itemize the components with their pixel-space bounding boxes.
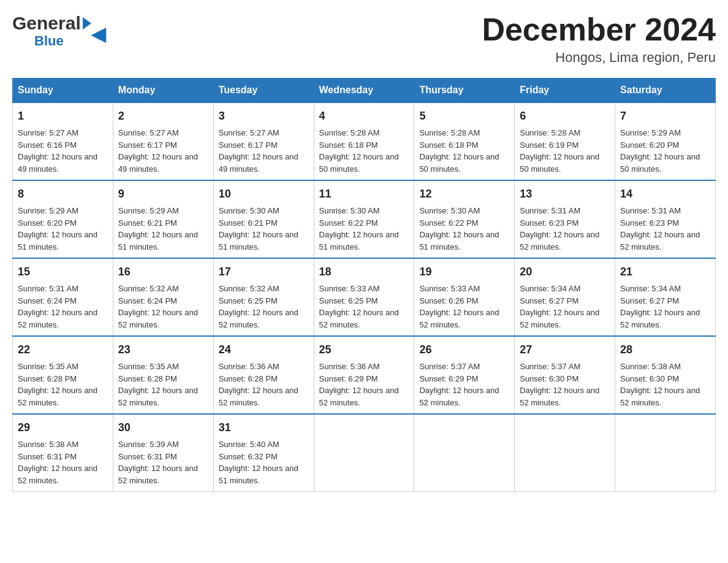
sunrise-text: Sunrise: 5:34 AM [620,283,710,295]
sunset-text: Sunset: 6:21 PM [219,217,309,229]
calendar-cell: 30Sunrise: 5:39 AMSunset: 6:31 PMDayligh… [113,414,213,492]
week-row-1: 1Sunrise: 5:27 AMSunset: 6:16 PMDaylight… [13,102,716,180]
calendar-cell: 10Sunrise: 5:30 AMSunset: 6:21 PMDayligh… [213,180,314,258]
daylight-text: Daylight: 12 hours and 52 minutes. [419,385,509,408]
calendar-title: December 2024 [482,12,716,47]
sunset-text: Sunset: 6:27 PM [620,295,710,307]
sunrise-text: Sunrise: 5:29 AM [18,205,108,217]
sunset-text: Sunset: 6:30 PM [520,373,610,385]
column-header-wednesday: Wednesday [314,79,414,103]
sunset-text: Sunset: 6:25 PM [319,295,409,307]
sunset-text: Sunset: 6:32 PM [219,451,309,463]
daylight-text: Daylight: 12 hours and 52 minutes. [118,385,208,408]
sunrise-text: Sunrise: 5:30 AM [319,205,409,217]
sunrise-text: Sunrise: 5:39 AM [118,439,208,451]
day-number: 14 [620,186,710,202]
calendar-cell: 2Sunrise: 5:27 AMSunset: 6:17 PMDaylight… [113,102,213,180]
calendar-cell: 12Sunrise: 5:30 AMSunset: 6:22 PMDayligh… [414,180,515,258]
sunset-text: Sunset: 6:23 PM [520,217,610,229]
daylight-text: Daylight: 12 hours and 52 minutes. [219,385,309,408]
sunset-text: Sunset: 6:28 PM [118,373,208,385]
sunset-text: Sunset: 6:28 PM [219,373,309,385]
daylight-text: Daylight: 12 hours and 52 minutes. [118,462,208,486]
column-header-thursday: Thursday [414,79,515,103]
calendar-cell [515,414,615,492]
calendar-table: SundayMondayTuesdayWednesdayThursdayFrid… [12,78,716,492]
day-number: 29 [18,419,108,436]
sunset-text: Sunset: 6:24 PM [118,295,208,307]
sunset-text: Sunset: 6:27 PM [520,295,610,307]
calendar-cell: 22Sunrise: 5:35 AMSunset: 6:28 PMDayligh… [13,336,113,414]
calendar-cell: 4Sunrise: 5:28 AMSunset: 6:18 PMDaylight… [314,102,414,180]
sunset-text: Sunset: 6:26 PM [419,295,509,307]
daylight-text: Daylight: 12 hours and 52 minutes. [18,462,108,486]
column-header-friday: Friday [515,79,615,103]
sunset-text: Sunset: 6:24 PM [18,295,108,307]
sunset-text: Sunset: 6:17 PM [118,139,208,151]
daylight-text: Daylight: 12 hours and 51 minutes. [219,462,309,486]
calendar-cell: 28Sunrise: 5:38 AMSunset: 6:30 PMDayligh… [615,336,716,414]
calendar-header-row: SundayMondayTuesdayWednesdayThursdayFrid… [13,79,716,103]
day-number: 13 [520,186,610,202]
sunrise-text: Sunrise: 5:36 AM [219,361,309,373]
day-number: 22 [18,342,108,358]
logo-general-text: General◀ [12,12,91,34]
day-number: 1 [18,108,108,124]
sunset-text: Sunset: 6:29 PM [319,373,409,385]
calendar-cell: 11Sunrise: 5:30 AMSunset: 6:22 PMDayligh… [314,180,414,258]
daylight-text: Daylight: 12 hours and 51 minutes. [219,229,309,253]
daylight-text: Daylight: 12 hours and 49 minutes. [219,151,309,175]
sunrise-text: Sunrise: 5:33 AM [419,283,509,295]
daylight-text: Daylight: 12 hours and 51 minutes. [18,229,108,253]
calendar-cell: 25Sunrise: 5:36 AMSunset: 6:29 PMDayligh… [314,336,414,414]
calendar-cell: 7Sunrise: 5:29 AMSunset: 6:20 PMDaylight… [615,102,716,180]
week-row-5: 29Sunrise: 5:38 AMSunset: 6:31 PMDayligh… [13,414,716,492]
day-number: 11 [319,186,409,202]
day-number: 18 [319,264,409,280]
day-number: 21 [620,264,710,280]
sunrise-text: Sunrise: 5:28 AM [520,127,610,139]
sunrise-text: Sunrise: 5:30 AM [419,205,509,217]
daylight-text: Daylight: 12 hours and 52 minutes. [18,385,108,408]
calendar-cell: 24Sunrise: 5:36 AMSunset: 6:28 PMDayligh… [213,336,314,414]
page-header: General◀ Blue December 2024 Hongos, Lima… [12,12,716,66]
sunrise-text: Sunrise: 5:37 AM [419,361,509,373]
daylight-text: Daylight: 12 hours and 52 minutes. [18,307,108,331]
day-number: 10 [219,186,309,202]
day-number: 23 [118,342,208,358]
sunrise-text: Sunrise: 5:35 AM [118,361,208,373]
day-number: 15 [18,264,108,280]
sunset-text: Sunset: 6:20 PM [620,139,710,151]
day-number: 26 [419,342,509,358]
day-number: 30 [118,419,208,436]
sunrise-text: Sunrise: 5:29 AM [118,205,208,217]
week-row-3: 15Sunrise: 5:31 AMSunset: 6:24 PMDayligh… [13,258,716,336]
daylight-text: Daylight: 12 hours and 52 minutes. [319,385,409,408]
sunrise-text: Sunrise: 5:32 AM [219,283,309,295]
sunset-text: Sunset: 6:29 PM [419,373,509,385]
calendar-cell: 13Sunrise: 5:31 AMSunset: 6:23 PMDayligh… [515,180,615,258]
sunrise-text: Sunrise: 5:32 AM [118,283,208,295]
sunset-text: Sunset: 6:31 PM [18,451,108,463]
sunrise-text: Sunrise: 5:28 AM [419,127,509,139]
day-number: 12 [419,186,509,202]
daylight-text: Daylight: 12 hours and 50 minutes. [419,151,509,175]
sunset-text: Sunset: 6:31 PM [118,451,208,463]
daylight-text: Daylight: 12 hours and 52 minutes. [319,307,409,331]
sunset-text: Sunset: 6:17 PM [219,139,309,151]
calendar-cell: 17Sunrise: 5:32 AMSunset: 6:25 PMDayligh… [213,258,314,336]
calendar-cell: 6Sunrise: 5:28 AMSunset: 6:19 PMDaylight… [515,102,615,180]
week-row-4: 22Sunrise: 5:35 AMSunset: 6:28 PMDayligh… [13,336,716,414]
sunset-text: Sunset: 6:25 PM [219,295,309,307]
sunrise-text: Sunrise: 5:37 AM [520,361,610,373]
sunrise-text: Sunrise: 5:27 AM [18,127,108,139]
calendar-cell: 27Sunrise: 5:37 AMSunset: 6:30 PMDayligh… [515,336,615,414]
day-number: 25 [319,342,409,358]
daylight-text: Daylight: 12 hours and 52 minutes. [520,229,610,253]
day-number: 9 [118,186,208,202]
day-number: 5 [419,108,509,124]
week-row-2: 8Sunrise: 5:29 AMSunset: 6:20 PMDaylight… [13,180,716,258]
daylight-text: Daylight: 12 hours and 50 minutes. [520,151,610,175]
sunset-text: Sunset: 6:28 PM [18,373,108,385]
day-number: 17 [219,264,309,280]
